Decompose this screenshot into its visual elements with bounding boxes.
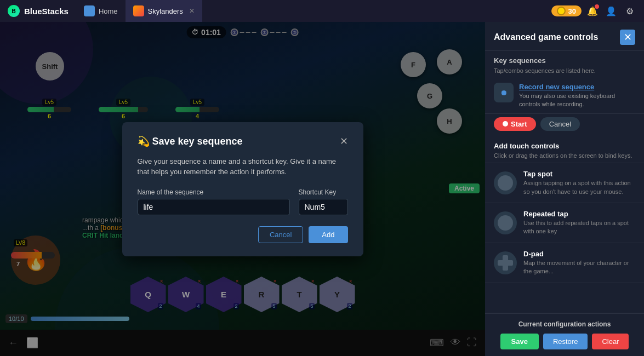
tap-spot-icon [494, 171, 517, 194]
record-row: ⏺ Record new sequence You may also use e… [485, 78, 644, 114]
game-area: ⏱ 01:01 ① ② ③ Shift F [0, 22, 485, 356]
dpad-content: D-pad Map the movement of your character… [523, 250, 635, 276]
coin-badge: 30 [551, 5, 582, 16]
dpad-icon-circle [494, 251, 517, 274]
dialog-close-btn[interactable]: ✕ [340, 135, 348, 147]
tab-home[interactable]: Home [76, 0, 126, 22]
tap-spot-inner [498, 175, 513, 191]
bluestacks-icon: B [8, 5, 20, 17]
dialog-fields: Name of the sequence Shortcut Key [138, 188, 348, 215]
save-key-sequence-dialog: 💫 Save key sequence ✕ Give your sequence… [122, 122, 363, 256]
panel-title: Advanced game controls [494, 32, 598, 42]
name-field-label: Name of the sequence [138, 188, 290, 196]
record-content: Record new sequence You may also use exi… [519, 83, 635, 109]
restore-btn[interactable]: Restore [543, 334, 588, 349]
skylanders-tab-icon [133, 5, 144, 16]
right-panel: Advanced game controls ✕ Key sequences T… [485, 22, 644, 356]
add-touch-title: Add touch controls [494, 142, 635, 150]
dialog-cancel-btn[interactable]: Cancel [258, 226, 303, 243]
name-field-group: Name of the sequence [138, 188, 290, 215]
coin-count: 30 [568, 7, 576, 15]
key-sequences-title: Key sequences [485, 51, 644, 67]
home-tab-icon [84, 5, 95, 16]
tap-spot-content: Tap spot Assign tapping on a spot with t… [523, 170, 635, 196]
dpad-icon [498, 255, 513, 271]
start-dot [503, 121, 508, 127]
panel-close-btn[interactable]: ✕ [620, 30, 635, 45]
record-icon: ⏺ [494, 83, 514, 102]
add-touch-desc: Click or drag the actions on the screen … [494, 152, 635, 160]
repeated-tap-content: Repeated tap Use this to add repeated ta… [523, 210, 635, 236]
cancel2-btn[interactable]: Cancel [540, 117, 580, 131]
dpad-desc: Map the movement of your character or th… [523, 259, 635, 276]
repeated-tap-name: Repeated tap [523, 210, 635, 218]
key-sequences-desc: Tap/combo sequences are listed here. [485, 67, 644, 78]
panel-header: Advanced game controls ✕ [485, 22, 644, 51]
dialog-description: Give your sequence a name and a shortcut… [138, 156, 348, 177]
account-btn[interactable]: 👤 [603, 3, 619, 19]
tab-home-label: Home [99, 7, 118, 15]
shortcut-field-label: Shortcut Key [299, 188, 348, 196]
dialog-add-btn[interactable]: Add [309, 226, 347, 243]
save-btn[interactable]: Save [500, 334, 539, 349]
dialog-header: 💫 Save key sequence ✕ [138, 135, 348, 147]
start-cancel-row: Start Cancel [485, 114, 644, 136]
repeated-tap-inner [498, 215, 513, 231]
dialog-title-text: 💫 Save key sequence [138, 135, 243, 147]
notification-dot [595, 4, 599, 9]
config-title: Current configuration actions [494, 320, 635, 328]
action-row: Save Restore Clear [494, 334, 635, 349]
record-link[interactable]: Record new sequence [519, 83, 635, 91]
tap-spot-desc: Assign tapping on a spot with this actio… [523, 179, 635, 196]
tab-skylanders[interactable]: Skylanders ✕ [126, 0, 202, 22]
notification-btn[interactable]: 🔔 [585, 3, 600, 19]
title-bar: B BlueStacks Home Skylanders ✕ 30 🔔 👤 ⚙ [0, 0, 644, 22]
dpad-name: D-pad [523, 250, 635, 258]
title-bar-right: 30 🔔 👤 ⚙ [551, 3, 644, 19]
main-area: ⏱ 01:01 ① ② ③ Shift F [0, 22, 644, 356]
dpad-vertical [503, 255, 508, 271]
dialog-overlay: 💫 Save key sequence ✕ Give your sequence… [0, 22, 485, 356]
settings-btn[interactable]: ⚙ [622, 3, 637, 19]
clear-btn[interactable]: Clear [592, 334, 629, 349]
coin-icon [557, 7, 566, 15]
add-touch-section: Add touch controls Click or drag the act… [485, 136, 644, 163]
panel-bottom: Current configuration actions Save Resto… [485, 313, 644, 356]
record-text: You may also use existing keyboard contr… [519, 92, 635, 109]
shortcut-field-group: Shortcut Key [299, 188, 348, 215]
repeated-tap-icon [494, 211, 517, 234]
tab-skylanders-label: Skylanders [148, 7, 183, 15]
tab-close-icon[interactable]: ✕ [189, 7, 195, 15]
repeated-tap-desc: Use this to add repeated taps on a spot … [523, 219, 635, 236]
name-input[interactable] [138, 199, 290, 215]
repeated-tap-item[interactable]: Repeated tap Use this to add repeated ta… [485, 203, 644, 243]
start-btn[interactable]: Start [494, 117, 536, 131]
app-name: BlueStacks [24, 7, 69, 16]
shortcut-input[interactable] [299, 199, 348, 215]
start-label: Start [511, 120, 527, 128]
dialog-title: 💫 Save key sequence [138, 135, 243, 147]
dpad-item[interactable]: D-pad Map the movement of your character… [485, 243, 644, 283]
app-logo: B BlueStacks [0, 5, 76, 17]
tap-spot-name: Tap spot [523, 170, 635, 178]
dialog-actions: Cancel Add [138, 226, 348, 243]
tap-spot-item[interactable]: Tap spot Assign tapping on a spot with t… [485, 163, 644, 203]
